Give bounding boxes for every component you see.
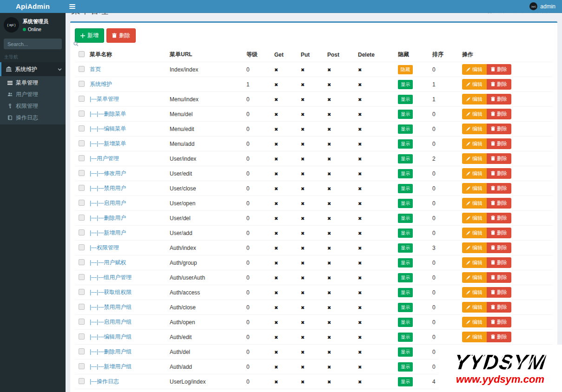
edit-button[interactable]: 编辑 [462, 64, 487, 75]
visibility-badge[interactable]: 显示 [398, 288, 413, 297]
row-checkbox[interactable] [79, 200, 85, 206]
row-checkbox[interactable] [79, 304, 85, 310]
menu-name-link[interactable]: |---权限管理 [90, 244, 119, 251]
row-checkbox[interactable] [79, 319, 85, 325]
edit-button[interactable]: 编辑 [462, 183, 487, 194]
row-checkbox[interactable] [79, 185, 85, 191]
search-input[interactable] [4, 39, 73, 49]
edit-button[interactable]: 编辑 [462, 228, 487, 238]
edit-button[interactable]: 编辑 [462, 332, 487, 342]
row-checkbox[interactable] [79, 140, 85, 146]
edit-button[interactable]: 编辑 [462, 124, 487, 134]
visibility-badge[interactable]: 显示 [398, 318, 413, 327]
menu-name-link[interactable]: |---|---删除用户组 [90, 348, 132, 355]
menu-name-link[interactable]: |---用户管理 [90, 155, 119, 162]
visibility-badge[interactable]: 显示 [398, 80, 413, 89]
edit-button[interactable]: 编辑 [462, 272, 487, 283]
menu-name-link[interactable]: |---|---删除用户 [90, 215, 126, 221]
delete-row-button[interactable]: 删除 [487, 94, 511, 105]
delete-row-button[interactable]: 删除 [487, 168, 511, 179]
row-checkbox[interactable] [79, 363, 85, 369]
row-checkbox[interactable] [79, 170, 85, 176]
sidebar-item-menu-management[interactable]: 菜单管理 [0, 77, 66, 89]
row-checkbox[interactable] [79, 215, 85, 221]
delete-row-button[interactable]: 删除 [487, 109, 511, 119]
edit-button[interactable]: 编辑 [462, 79, 487, 90]
visibility-badge[interactable]: 显示 [398, 258, 413, 268]
edit-button[interactable]: 编辑 [462, 287, 487, 298]
delete-row-button[interactable]: 删除 [487, 257, 511, 268]
menu-name-link[interactable]: |---|---新增用户组 [90, 363, 132, 370]
edit-button[interactable]: 编辑 [462, 242, 487, 253]
edit-button[interactable]: 编辑 [462, 198, 487, 209]
edit-button[interactable]: 编辑 [462, 168, 487, 179]
edit-button[interactable]: 编辑 [462, 257, 487, 268]
row-checkbox[interactable] [79, 333, 85, 340]
delete-row-button[interactable]: 删除 [487, 302, 511, 313]
visibility-badge[interactable]: 显示 [398, 199, 413, 208]
menu-name-link[interactable]: |---|---用户赋权 [90, 259, 126, 266]
delete-row-button[interactable]: 删除 [487, 153, 511, 164]
row-checkbox[interactable] [79, 155, 85, 161]
menu-name-link[interactable]: |---|---修改用户 [90, 170, 126, 176]
visibility-badge[interactable]: 显示 [398, 377, 413, 386]
edit-button[interactable]: 编辑 [462, 317, 487, 327]
visibility-badge[interactable]: 显示 [398, 273, 413, 282]
edit-button[interactable]: 编辑 [462, 94, 487, 105]
sidebar-item-system-maintenance[interactable]: 系统维护 [0, 62, 66, 76]
delete-row-button[interactable]: 删除 [487, 138, 511, 149]
visibility-badge[interactable]: 显示 [398, 154, 413, 163]
delete-row-button[interactable]: 删除 [487, 287, 511, 298]
visibility-badge[interactable]: 隐藏 [398, 65, 413, 74]
delete-row-button[interactable]: 删除 [487, 213, 511, 223]
menu-name-link[interactable]: |---|---新增菜单 [90, 140, 126, 147]
visibility-badge[interactable]: 显示 [398, 95, 413, 104]
visibility-badge[interactable]: 显示 [398, 229, 413, 238]
sidebar-item-user-management[interactable]: 用户管理 [0, 89, 66, 100]
delete-row-button[interactable]: 删除 [487, 79, 511, 90]
edit-button[interactable]: 编辑 [462, 109, 487, 119]
visibility-badge[interactable]: 显示 [398, 243, 413, 253]
delete-row-button[interactable]: 删除 [487, 272, 511, 283]
row-checkbox[interactable] [79, 111, 85, 117]
user-menu[interactable]: (api) admin [529, 2, 555, 10]
row-checkbox[interactable] [79, 348, 85, 354]
menu-name-link[interactable]: 系统维护 [90, 81, 112, 87]
row-checkbox[interactable] [79, 96, 85, 102]
row-checkbox[interactable] [79, 81, 85, 87]
add-button[interactable]: 新增 [75, 28, 104, 43]
delete-row-button[interactable]: 删除 [487, 332, 511, 342]
delete-row-button[interactable]: 删除 [487, 317, 511, 327]
select-all-checkbox[interactable] [79, 51, 85, 57]
edit-button[interactable]: 编辑 [462, 302, 487, 313]
menu-name-link[interactable]: |---|---禁用用户组 [90, 304, 132, 310]
visibility-badge[interactable]: 显示 [398, 347, 413, 357]
row-checkbox[interactable] [79, 378, 85, 384]
menu-name-link[interactable]: |---菜单管理 [90, 96, 119, 102]
row-checkbox[interactable] [79, 259, 85, 265]
row-checkbox[interactable] [79, 125, 85, 131]
delete-row-button[interactable]: 删除 [487, 242, 511, 253]
menu-name-link[interactable]: |---|---启用用户 [90, 200, 126, 206]
visibility-badge[interactable]: 显示 [398, 110, 413, 119]
sidebar-item-operation-log[interactable]: 操作日志 [0, 112, 66, 124]
brand-logo[interactable]: ApiAdmin [0, 0, 66, 13]
row-checkbox[interactable] [79, 229, 85, 235]
search-button[interactable] [73, 39, 79, 49]
delete-row-button[interactable]: 删除 [487, 198, 511, 209]
sidebar-item-permission-management[interactable]: 权限管理 [0, 100, 66, 112]
visibility-badge[interactable]: 显示 [398, 139, 413, 149]
visibility-badge[interactable]: 显示 [398, 362, 413, 372]
delete-row-button[interactable]: 删除 [487, 124, 511, 134]
edit-button[interactable]: 编辑 [462, 138, 487, 149]
visibility-badge[interactable]: 显示 [398, 333, 413, 342]
row-checkbox[interactable] [79, 244, 85, 250]
menu-name-link[interactable]: 首页 [90, 66, 101, 72]
delete-button[interactable]: 删除 [106, 28, 136, 43]
row-checkbox[interactable] [79, 274, 85, 280]
delete-row-button[interactable]: 删除 [487, 183, 511, 194]
menu-name-link[interactable]: |---|---禁用用户 [90, 185, 126, 191]
menu-name-link[interactable]: |---|---编辑菜单 [90, 125, 126, 132]
menu-name-link[interactable]: |---操作日志 [90, 378, 119, 385]
menu-name-link[interactable]: |---|---新增用户 [90, 229, 126, 236]
